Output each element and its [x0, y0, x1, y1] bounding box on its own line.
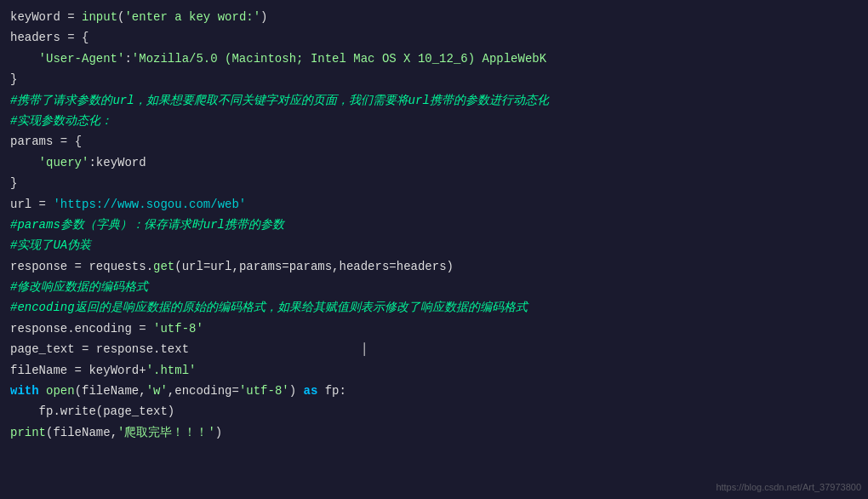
code-token: 'utf-8' [153, 319, 203, 338]
code-token: params [10, 132, 53, 151]
code-line: with open(fileName,'w',encoding='utf-8')… [0, 381, 868, 401]
code-line: fileName = keyWord+'.html' [0, 360, 868, 381]
code-token: #params参数（字典）：保存请求时url携带的参数 [10, 215, 284, 234]
code-token: 'User-Agent' [39, 49, 125, 68]
code-token: 'https://www.sogou.com/web' [53, 195, 246, 214]
code-token [39, 381, 46, 400]
code-token: ( [117, 8, 124, 26]
code-token: as [304, 381, 318, 400]
code-token: fp: [317, 381, 346, 400]
code-token: 'utf-8' [239, 381, 289, 400]
code-token: : [124, 49, 131, 68]
code-token: (fileName, [46, 423, 117, 442]
code-line: response = requests.get(url=url,params=p… [0, 256, 868, 277]
code-token: (fileName, [75, 381, 146, 400]
code-token: ) [215, 423, 222, 442]
code-token: '.html' [146, 361, 197, 380]
code-line: #携带了请求参数的url，如果想要爬取不同关键字对应的页面，我们需要将url携带… [0, 90, 868, 111]
code-line: url = 'https://www.sogou.com/web' [0, 194, 868, 215]
code-token: = [60, 8, 82, 26]
code-token: ) [260, 8, 267, 26]
code-line: response.encoding = 'utf-8' [0, 318, 868, 339]
code-token: keyWord [96, 153, 146, 172]
code-token: headers [10, 28, 60, 47]
code-line: } [0, 173, 868, 193]
code-token: .encoding = [67, 319, 153, 338]
code-token: response [96, 340, 153, 358]
code-token: . [146, 257, 153, 276]
code-token: = { [53, 132, 82, 151]
code-line: keyWord = input('enter a key word:') [0, 7, 868, 27]
code-token: #修改响应数据的编码格式 [10, 278, 148, 296]
code-token: = [75, 340, 96, 358]
code-token: │ [189, 340, 368, 358]
code-line: #修改响应数据的编码格式 [0, 277, 868, 297]
code-token: = [67, 257, 89, 276]
code-line: #params参数（字典）：保存请求时url携带的参数 [0, 215, 868, 235]
code-token: = { [60, 28, 89, 47]
code-token: keyWord [89, 361, 139, 380]
code-token: print [10, 423, 46, 442]
code-token: open [46, 381, 75, 400]
code-token: with [10, 381, 39, 400]
code-line: fp.write(page_text) [0, 401, 868, 422]
code-token: } [10, 174, 17, 192]
code-line: } [0, 69, 868, 89]
code-line: headers = { [0, 27, 868, 48]
code-token: 'query' [39, 153, 89, 172]
code-token: requests [89, 257, 146, 276]
code-token: ) [289, 381, 304, 400]
code-token: url [10, 195, 31, 214]
code-token: + [139, 361, 146, 380]
code-token: #实现参数动态化： [10, 112, 112, 130]
code-line: #实现了UA伪装 [0, 235, 868, 255]
code-token: '爬取完毕！！！' [117, 423, 215, 442]
code-token: = [67, 361, 89, 380]
code-token: input [82, 8, 117, 26]
code-line: #encoding返回的是响应数据的原始的编码格式，如果给其赋值则表示修改了响应… [0, 297, 868, 318]
code-line: 'query':keyWord [0, 152, 868, 173]
code-token: #encoding返回的是响应数据的原始的编码格式，如果给其赋值则表示修改了响应… [10, 298, 528, 317]
code-line: 'User-Agent':'Mozilla/5.0 (Macintosh; In… [0, 49, 868, 69]
code-token: fp.write(page_text) [10, 402, 174, 421]
code-editor: keyWord = input('enter a key word:')head… [0, 0, 868, 499]
code-token: 'Mozilla/5.0 (Macintosh; Intel Mac OS X … [132, 49, 546, 68]
code-token: fileName [10, 361, 67, 380]
code-token: get [153, 257, 174, 276]
watermark: https://blog.csdn.net/Art_37973800 [716, 482, 861, 492]
code-line: params = { [0, 131, 868, 152]
code-line: print(fileName,'爬取完毕！！！') [0, 422, 868, 443]
code-token: 'w' [146, 381, 168, 400]
code-token [10, 49, 39, 68]
code-token: 'enter a key word:' [124, 8, 260, 26]
code-token: .text [153, 340, 189, 358]
code-token: response [10, 257, 67, 276]
code-token: #携带了请求参数的url，如果想要爬取不同关键字对应的页面，我们需要将url携带… [10, 91, 549, 110]
code-line: #实现参数动态化： [0, 111, 868, 131]
code-token: = [31, 195, 53, 214]
code-token: page_text [10, 340, 75, 358]
code-line: page_text = response.text │ [0, 339, 868, 359]
code-token [10, 153, 39, 172]
code-token: keyWord [10, 8, 60, 26]
code-token: } [10, 70, 17, 89]
code-token: response [10, 319, 67, 338]
code-token: (url=url,params=params,headers=headers) [174, 257, 454, 276]
code-token: : [89, 153, 95, 172]
code-token: ,encoding= [168, 381, 239, 400]
code-token: #实现了UA伪装 [10, 236, 91, 255]
